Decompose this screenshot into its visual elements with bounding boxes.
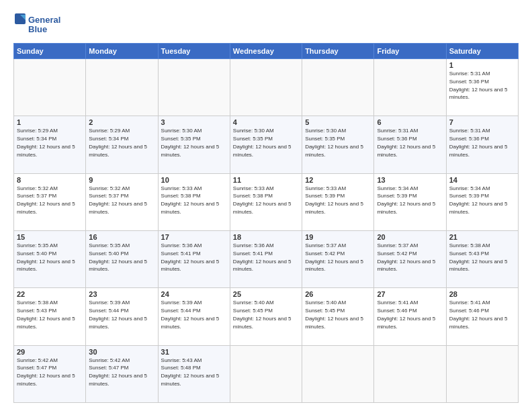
calendar-cell [374,59,446,116]
calendar-cell: 24Sunrise: 5:39 AMSunset: 5:44 PMDayligh… [158,288,230,345]
calendar-cell [14,59,86,116]
calendar-cell: 30Sunrise: 5:42 AMSunset: 5:47 PMDayligh… [86,345,158,402]
cell-info: Sunrise: 5:29 AMSunset: 5:34 PMDaylight:… [89,128,147,157]
cell-info: Sunrise: 5:40 AMSunset: 5:45 PMDaylight:… [233,300,292,329]
cell-info: Sunrise: 5:39 AMSunset: 5:44 PMDaylight:… [89,300,147,329]
col-header-saturday: Saturday [446,44,518,59]
day-number: 30 [89,348,154,356]
day-number: 11 [233,176,299,184]
day-number: 9 [89,176,154,184]
day-number: 10 [161,176,227,184]
day-number: 8 [17,176,83,184]
cell-info: Sunrise: 5:30 AMSunset: 5:35 PMDaylight:… [233,128,292,157]
cell-info: Sunrise: 5:38 AMSunset: 5:43 PMDaylight:… [17,300,75,329]
cell-info: Sunrise: 5:35 AMSunset: 5:40 PMDaylight:… [89,242,147,272]
day-number: 4 [233,118,299,126]
cell-info: Sunrise: 5:43 AMSunset: 5:48 PMDaylight:… [161,357,220,387]
day-number: 3 [161,118,227,126]
day-number: 21 [449,233,515,241]
day-number: 1 [17,118,83,126]
calendar-week-4: 22Sunrise: 5:38 AMSunset: 5:43 PMDayligh… [14,288,519,345]
day-number: 28 [449,290,515,298]
col-header-thursday: Thursday [302,44,374,59]
calendar-week-1: 1Sunrise: 5:29 AMSunset: 5:34 PMDaylight… [14,116,519,173]
calendar-cell: 13Sunrise: 5:34 AMSunset: 5:39 PMDayligh… [374,173,446,230]
calendar-cell: 11Sunrise: 5:33 AMSunset: 5:38 PMDayligh… [230,173,302,230]
calendar-cell [230,345,302,402]
calendar-cell [374,345,446,402]
calendar-cell [86,59,158,116]
cell-info: Sunrise: 5:39 AMSunset: 5:44 PMDaylight:… [161,300,220,329]
calendar-cell: 26Sunrise: 5:40 AMSunset: 5:45 PMDayligh… [302,288,374,345]
cell-info: Sunrise: 5:30 AMSunset: 5:35 PMDaylight:… [161,128,220,157]
calendar-cell [446,345,518,402]
calendar-cell: 14Sunrise: 5:34 AMSunset: 5:39 PMDayligh… [446,173,518,230]
logo-text: General Blue [13,12,74,38]
day-number: 26 [305,290,371,298]
svg-text:Blue: Blue [28,24,47,34]
day-number: 19 [305,233,371,241]
cell-info: Sunrise: 5:34 AMSunset: 5:39 PMDaylight:… [377,185,435,215]
day-number: 6 [377,118,443,126]
calendar-week-2: 8Sunrise: 5:32 AMSunset: 5:37 PMDaylight… [14,173,519,230]
day-number: 24 [161,290,227,298]
calendar-cell: 25Sunrise: 5:40 AMSunset: 5:45 PMDayligh… [230,288,302,345]
calendar-cell: 28Sunrise: 5:41 AMSunset: 5:46 PMDayligh… [446,288,518,345]
cell-info: Sunrise: 5:31 AMSunset: 5:36 PMDaylight:… [377,128,435,157]
calendar-cell: 20Sunrise: 5:37 AMSunset: 5:42 PMDayligh… [374,230,446,287]
col-header-tuesday: Tuesday [158,44,230,59]
calendar-cell: 22Sunrise: 5:38 AMSunset: 5:43 PMDayligh… [14,288,86,345]
cell-info: Sunrise: 5:29 AMSunset: 5:34 PMDaylight:… [17,128,75,157]
calendar-cell [158,59,230,116]
cell-info: Sunrise: 5:30 AMSunset: 5:35 PMDaylight:… [305,128,363,157]
page: General Blue SundayMondayTuesdayWednesda… [0,0,532,411]
header: General Blue [13,12,519,38]
day-number: 13 [377,176,443,184]
cell-info: Sunrise: 5:31 AMSunset: 5:36 PMDaylight:… [449,128,508,157]
day-number: 2 [89,118,154,126]
day-number: 29 [17,348,83,356]
calendar-cell: 29Sunrise: 5:42 AMSunset: 5:47 PMDayligh… [14,345,86,402]
svg-text:General: General [28,15,60,25]
cell-info: Sunrise: 5:33 AMSunset: 5:38 PMDaylight:… [233,185,292,215]
calendar-cell [230,59,302,116]
calendar-cell: 17Sunrise: 5:36 AMSunset: 5:41 PMDayligh… [158,230,230,287]
day-number: 23 [89,290,154,298]
calendar-cell: 12Sunrise: 5:33 AMSunset: 5:39 PMDayligh… [302,173,374,230]
calendar-cell [302,345,374,402]
cell-info: Sunrise: 5:32 AMSunset: 5:37 PMDaylight:… [89,185,147,215]
calendar-cell: 31Sunrise: 5:43 AMSunset: 5:48 PMDayligh… [158,345,230,402]
day-number: 20 [377,233,443,241]
cell-info: Sunrise: 5:41 AMSunset: 5:46 PMDaylight:… [449,300,508,329]
day-number: 15 [17,233,83,241]
day-number: 16 [89,233,154,241]
cell-info: Sunrise: 5:37 AMSunset: 5:42 PMDaylight:… [377,242,435,272]
calendar-cell: 8Sunrise: 5:32 AMSunset: 5:37 PMDaylight… [14,173,86,230]
day-number: 22 [17,290,83,298]
day-number: 14 [449,176,515,184]
calendar-cell: 19Sunrise: 5:37 AMSunset: 5:42 PMDayligh… [302,230,374,287]
day-number: 17 [161,233,227,241]
day-number: 27 [377,290,443,298]
calendar-cell: 21Sunrise: 5:38 AMSunset: 5:43 PMDayligh… [446,230,518,287]
calendar-cell: 18Sunrise: 5:36 AMSunset: 5:41 PMDayligh… [230,230,302,287]
logo: General Blue [13,12,74,38]
calendar-cell: 10Sunrise: 5:33 AMSunset: 5:38 PMDayligh… [158,173,230,230]
cell-info: Sunrise: 5:34 AMSunset: 5:39 PMDaylight:… [449,185,508,215]
calendar-week-0: 1Sunrise: 5:31 AMSunset: 5:36 PMDaylight… [14,59,519,116]
calendar-cell: 9Sunrise: 5:32 AMSunset: 5:37 PMDaylight… [86,173,158,230]
calendar-cell: 3Sunrise: 5:30 AMSunset: 5:35 PMDaylight… [158,116,230,173]
cell-info: Sunrise: 5:32 AMSunset: 5:37 PMDaylight:… [17,185,75,215]
calendar-cell: 27Sunrise: 5:41 AMSunset: 5:46 PMDayligh… [374,288,446,345]
calendar-cell: 16Sunrise: 5:35 AMSunset: 5:40 PMDayligh… [86,230,158,287]
calendar-table: SundayMondayTuesdayWednesdayThursdayFrid… [13,43,519,403]
calendar-cell: 15Sunrise: 5:35 AMSunset: 5:40 PMDayligh… [14,230,86,287]
col-header-wednesday: Wednesday [230,44,302,59]
cell-info: Sunrise: 5:35 AMSunset: 5:40 PMDaylight:… [17,242,75,272]
cell-info: Sunrise: 5:31 AMSunset: 5:36 PMDaylight:… [449,71,508,100]
calendar-cell: 1Sunrise: 5:31 AMSunset: 5:36 PMDaylight… [446,59,518,116]
calendar-cell: 6Sunrise: 5:31 AMSunset: 5:36 PMDaylight… [374,116,446,173]
calendar-cell: 2Sunrise: 5:29 AMSunset: 5:34 PMDaylight… [86,116,158,173]
cell-info: Sunrise: 5:33 AMSunset: 5:38 PMDaylight:… [161,185,220,215]
cell-info: Sunrise: 5:42 AMSunset: 5:47 PMDaylight:… [17,357,75,387]
